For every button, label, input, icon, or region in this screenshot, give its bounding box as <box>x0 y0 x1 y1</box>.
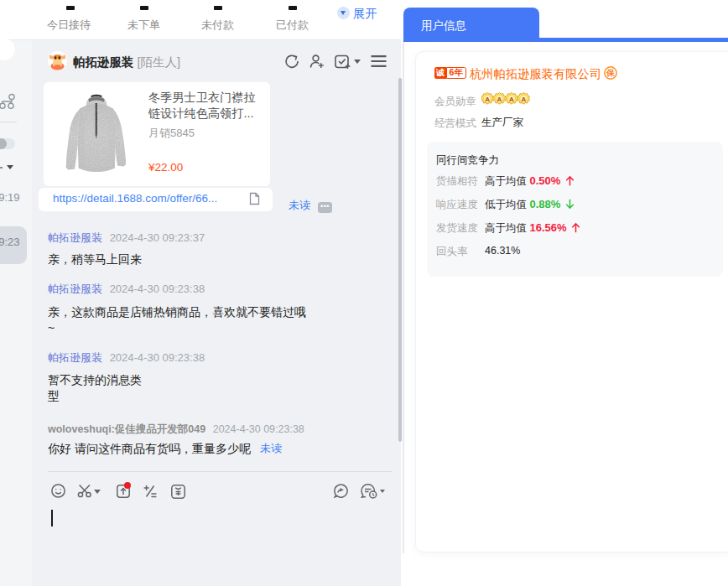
svg-text:保: 保 <box>606 68 615 77</box>
